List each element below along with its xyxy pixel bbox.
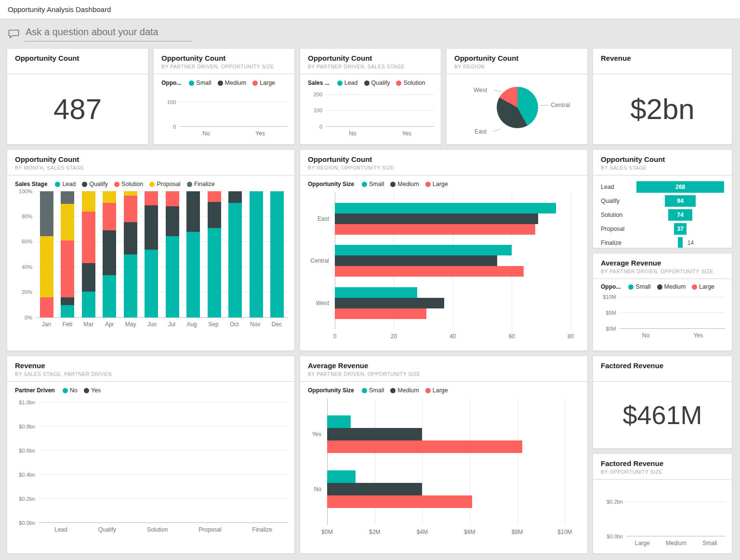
bar-qualify[interactable] bbox=[208, 202, 221, 228]
tile-factored-revenue-kpi[interactable]: Factored Revenue $461M bbox=[593, 356, 732, 449]
legend-item[interactable]: Large bbox=[425, 387, 448, 394]
bar-lead[interactable] bbox=[82, 292, 95, 318]
bar-solution[interactable] bbox=[145, 191, 158, 205]
legend-item[interactable]: Small bbox=[362, 387, 384, 394]
bar-small[interactable] bbox=[335, 287, 417, 298]
bar-proposal[interactable] bbox=[82, 191, 95, 212]
bar-lead[interactable] bbox=[61, 305, 74, 318]
tile-revenue-by-stage-partner[interactable]: Revenue BY SALES STAGE, PARTNER DRIVEN P… bbox=[7, 356, 295, 554]
bar-proposal[interactable] bbox=[61, 204, 74, 240]
bar-group bbox=[82, 191, 95, 318]
bar-proposal[interactable] bbox=[103, 191, 116, 203]
tile-factored-revenue-by-size[interactable]: Factored Revenue BY OPPORTUNITY SIZE $0.… bbox=[593, 453, 732, 554]
legend-item[interactable]: Large bbox=[425, 181, 448, 187]
legend-item[interactable]: Medium bbox=[657, 283, 686, 290]
funnel-bar[interactable] bbox=[678, 237, 683, 248]
bar-medium[interactable] bbox=[335, 213, 538, 224]
bar-proposal[interactable] bbox=[40, 236, 53, 297]
bar-qualify[interactable] bbox=[145, 205, 158, 250]
bar-group bbox=[166, 191, 179, 318]
bar-solution[interactable] bbox=[208, 191, 221, 202]
tile-avg-revenue-partner-size-h[interactable]: Average Revenue BY PARTNER DRIVEN, OPPOR… bbox=[300, 356, 588, 554]
bar-solution[interactable] bbox=[166, 191, 179, 206]
bar-large[interactable] bbox=[335, 266, 524, 277]
funnel-bar[interactable]: 74 bbox=[668, 209, 692, 221]
legend-item[interactable]: Yes bbox=[84, 387, 101, 394]
legend-item[interactable]: Small bbox=[628, 283, 650, 290]
legend-item[interactable]: Lead bbox=[337, 80, 358, 86]
bar-medium[interactable] bbox=[327, 483, 422, 495]
tile-count-by-region[interactable]: Opportunity Count BY REGION West Central… bbox=[446, 48, 588, 145]
bar-small[interactable] bbox=[327, 415, 351, 428]
bar-solution[interactable] bbox=[124, 196, 137, 222]
tile-count-funnel[interactable]: Opportunity Count BY SALES STAGE Lead268… bbox=[593, 149, 732, 248]
bar-qualify[interactable] bbox=[228, 191, 242, 203]
legend-item[interactable]: Qualify bbox=[82, 181, 108, 187]
legend-item[interactable]: Medium bbox=[390, 181, 419, 187]
legend-item[interactable]: Solution bbox=[396, 80, 425, 86]
tile-count-by-partner-stage[interactable]: Opportunity Count BY PARTNER DRIVEN, SAL… bbox=[300, 48, 441, 145]
x-axis-tick: 60 bbox=[509, 333, 515, 340]
bar-lead[interactable] bbox=[208, 228, 221, 318]
bar-lead[interactable] bbox=[145, 250, 158, 318]
speech-bubble-icon bbox=[8, 29, 20, 39]
bar-lead[interactable] bbox=[186, 232, 200, 318]
legend-item[interactable]: Proposal bbox=[149, 181, 180, 187]
legend-item[interactable]: Large bbox=[692, 283, 714, 290]
bar-medium[interactable] bbox=[327, 428, 422, 440]
bar-large[interactable] bbox=[327, 440, 522, 453]
bar-lead[interactable] bbox=[228, 203, 242, 318]
tile-count-by-region-size[interactable]: Opportunity Count BY REGION, OPPORTUNITY… bbox=[300, 149, 588, 351]
bar-solution[interactable] bbox=[103, 203, 116, 231]
bar-medium[interactable] bbox=[335, 255, 497, 266]
bar-small[interactable] bbox=[335, 203, 556, 213]
kpi-value: $2bn bbox=[630, 93, 694, 126]
x-axis-labels: JanFebMarAprMayJunJulAugSepOctNovDec bbox=[36, 318, 288, 328]
bar-solution[interactable] bbox=[82, 212, 95, 263]
bar-lead[interactable] bbox=[250, 191, 263, 318]
bar-qualify[interactable] bbox=[103, 230, 116, 275]
bar-qualify[interactable] bbox=[166, 206, 179, 236]
bar-large[interactable] bbox=[335, 308, 426, 319]
bar-solution[interactable] bbox=[61, 240, 74, 297]
bar-finalize[interactable] bbox=[40, 191, 53, 236]
bar-small[interactable] bbox=[335, 245, 512, 255]
funnel-bar[interactable]: 37 bbox=[674, 223, 686, 235]
legend-item[interactable]: Finalize bbox=[187, 181, 215, 187]
bar-finalize[interactable] bbox=[61, 191, 74, 204]
bar-lead[interactable] bbox=[103, 275, 116, 318]
legend-item[interactable]: Qualify bbox=[364, 80, 390, 86]
funnel-bar[interactable]: 268 bbox=[636, 181, 724, 193]
bar-lead[interactable] bbox=[166, 236, 179, 318]
bar-proposal[interactable] bbox=[124, 191, 137, 196]
bar-qualify[interactable] bbox=[124, 222, 137, 254]
funnel-bar[interactable]: 94 bbox=[665, 195, 696, 207]
bar-lead[interactable] bbox=[270, 191, 284, 318]
bar-qualify[interactable] bbox=[82, 263, 95, 292]
bar-groups bbox=[180, 90, 288, 127]
legend-item[interactable]: No bbox=[63, 387, 78, 394]
funnel-value: 94 bbox=[677, 198, 683, 204]
tile-opportunity-count-kpi[interactable]: Opportunity Count 487 bbox=[7, 48, 148, 145]
legend-item[interactable]: Solution bbox=[114, 181, 143, 187]
bar-solution[interactable] bbox=[40, 297, 53, 318]
bar-medium[interactable] bbox=[335, 298, 444, 308]
legend-item[interactable]: Lead bbox=[55, 181, 76, 187]
legend-item[interactable]: Small bbox=[362, 181, 384, 187]
legend-item[interactable]: Medium bbox=[218, 80, 246, 86]
qa-input[interactable] bbox=[25, 27, 192, 41]
bar-qualify[interactable] bbox=[61, 297, 74, 305]
legend-item[interactable]: Small bbox=[189, 80, 211, 86]
tile-avg-revenue-partner-size[interactable]: Average Revenue BY PARTNER DRIVEN, OPPOR… bbox=[593, 253, 732, 351]
tile-count-by-month-stage[interactable]: Opportunity Count BY MONTH, SALES STAGE … bbox=[7, 149, 295, 351]
tile-revenue-kpi[interactable]: Revenue $2bn bbox=[593, 48, 732, 145]
bar-large[interactable] bbox=[327, 495, 472, 508]
legend-item[interactable]: Large bbox=[252, 80, 275, 86]
tile-count-by-partner-size[interactable]: Opportunity Count BY PARTNER DRIVEN, OPP… bbox=[153, 48, 295, 145]
bar-large[interactable] bbox=[335, 224, 535, 235]
bar-qualify[interactable] bbox=[186, 191, 200, 232]
pie[interactable] bbox=[497, 87, 538, 128]
bar-lead[interactable] bbox=[124, 254, 137, 318]
bar-small[interactable] bbox=[327, 470, 356, 483]
legend-item[interactable]: Medium bbox=[390, 387, 419, 394]
